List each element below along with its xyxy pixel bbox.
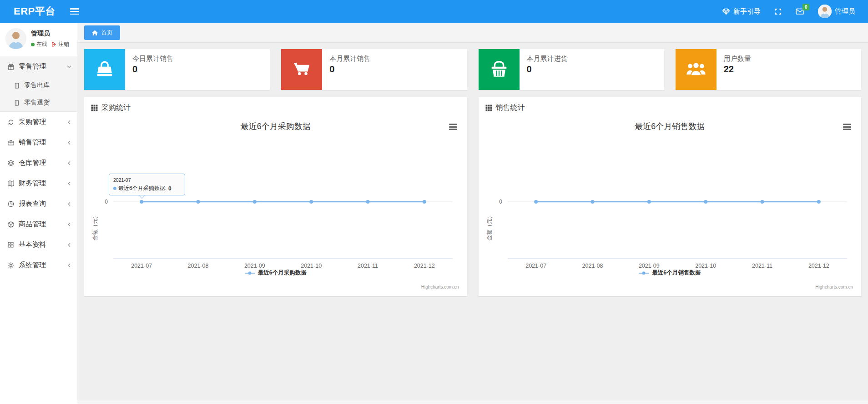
data-point-marker[interactable] — [140, 200, 143, 204]
user-menu[interactable]: 管理员 — [818, 5, 855, 18]
sidebar-item-3[interactable]: 仓库管理 — [0, 153, 77, 173]
data-point-marker[interactable] — [197, 200, 200, 204]
stat-card-0: 今日累计销售0 — [84, 49, 270, 90]
user-avatar — [5, 28, 26, 49]
online-status-dot — [31, 43, 35, 46]
sidebar-item-5[interactable]: 报表查询 — [0, 194, 77, 214]
logout-button[interactable]: 注销 — [51, 40, 69, 48]
user-name: 管理员 — [835, 7, 855, 16]
chart-tooltip: 2021-07最近6个月采购数据: 0 — [109, 174, 185, 195]
main-content: 首页 今日累计销售0本月累计销售0本月累计进货0用户数量22 采购统计 最近6个… — [77, 23, 868, 404]
sidebar-item-label: 商品管理 — [19, 220, 62, 229]
sidebar-item-label: 系统管理 — [19, 261, 62, 269]
chart-legend-item[interactable]: 最近6个月采购数据 — [91, 269, 461, 277]
guide-label: 新手引导 — [733, 7, 761, 16]
stat-card-value: 0 — [527, 64, 568, 75]
sales-chart: 最近6个月销售数据0金额（元）2021-072021-082021-092021… — [485, 115, 855, 294]
logout-label: 注销 — [58, 40, 69, 48]
charts-row: 采购统计 最近6个月采购数据0金额（元）2021-072021-082021-0… — [84, 97, 861, 296]
sidebar-toggle-icon[interactable] — [70, 8, 79, 15]
sidebar-item-label: 基本资料 — [19, 240, 62, 249]
th-grid-icon — [485, 105, 492, 111]
online-status-label: 在线 — [36, 40, 47, 48]
legend-marker-icon — [639, 271, 649, 275]
stat-card-label: 用户数量 — [724, 55, 751, 63]
user-avatar — [818, 5, 832, 18]
chevron-left-icon — [66, 263, 72, 268]
stat-card-1: 本月累计销售0 — [281, 49, 467, 90]
data-point-marker[interactable] — [760, 200, 764, 204]
sidebar-subitem[interactable]: 零售退货 — [0, 94, 77, 111]
chart-legend-item[interactable]: 最近6个月销售数据 — [485, 269, 855, 277]
chart-export-menu-icon[interactable] — [448, 123, 458, 131]
pie-icon — [7, 200, 15, 208]
sidebar-item-2[interactable]: 销售管理 — [0, 132, 77, 153]
purchase-chart: 最近6个月采购数据0金额（元）2021-072021-082021-092021… — [91, 115, 461, 294]
data-point-marker[interactable] — [423, 200, 426, 204]
chart-title: 最近6个月销售数据 — [485, 121, 855, 132]
grid-icon — [7, 241, 15, 248]
messages-button[interactable]: 0 — [796, 8, 804, 15]
sidebar-subitem-label: 零售退货 — [24, 99, 50, 107]
sidebar-item-8[interactable]: 系统管理 — [0, 255, 77, 275]
sidebar-item-7[interactable]: 基本资料 — [0, 234, 77, 255]
stat-cards-row: 今日累计销售0本月累计销售0本月累计进货0用户数量22 — [84, 49, 861, 90]
sidebar-item-label: 报表查询 — [19, 200, 62, 208]
svg-text:2021-09: 2021-09 — [638, 263, 659, 269]
tooltip-series-label: 最近6个月采购数据: — [118, 185, 167, 192]
svg-text:2021-08: 2021-08 — [582, 263, 603, 269]
sidebar-item-label: 销售管理 — [19, 138, 62, 147]
top-navbar: ERP平台 新手引导 0 管理员 — [0, 0, 868, 23]
chevron-left-icon — [66, 160, 72, 166]
svg-text:2021-11: 2021-11 — [358, 263, 378, 269]
data-point-marker[interactable] — [309, 200, 313, 204]
tab-home[interactable]: 首页 — [84, 25, 120, 40]
chevron-left-icon — [66, 120, 72, 125]
svg-text:2021-07: 2021-07 — [131, 263, 152, 269]
sidebar-subitem-label: 零售出库 — [24, 81, 50, 90]
journal-icon — [13, 82, 20, 89]
data-point-marker[interactable] — [366, 200, 370, 204]
sidebar-item-6[interactable]: 商品管理 — [0, 214, 77, 234]
sales-stats-panel: 销售统计 最近6个月销售数据0金额（元）2021-072021-082021-0… — [479, 97, 862, 296]
svg-text:0: 0 — [105, 199, 108, 205]
legend-label: 最近6个月采购数据 — [258, 269, 307, 277]
sidebar-item-4[interactable]: 财务管理 — [0, 173, 77, 194]
basket-icon — [479, 49, 520, 90]
chart-export-menu-icon[interactable] — [842, 123, 852, 131]
guide-icon — [722, 8, 730, 15]
chart-title: 最近6个月采购数据 — [91, 121, 461, 132]
brand-logo[interactable]: ERP平台 — [0, 5, 64, 18]
svg-text:金额（元）: 金额（元） — [486, 213, 493, 241]
chart-plot-area: 0金额（元）2021-072021-082021-092021-102021-1… — [91, 140, 461, 272]
fullscreen-button[interactable] — [774, 8, 782, 15]
cart-icon — [281, 49, 322, 90]
data-point-marker[interactable] — [817, 200, 820, 204]
briefcase-icon — [7, 139, 15, 146]
sidebar-subitem[interactable]: 零售出库 — [0, 77, 77, 94]
svg-text:2021-08: 2021-08 — [188, 263, 209, 269]
sidebar-user-name: 管理员 — [31, 30, 69, 38]
sidebar-item-label: 零售管理 — [19, 62, 62, 71]
data-point-marker[interactable] — [647, 200, 651, 204]
footer-divider — [77, 400, 868, 404]
fullscreen-icon — [774, 8, 782, 15]
chart-credits-link[interactable]: Highcharts.com.cn — [815, 284, 853, 289]
legend-label: 最近6个月销售数据 — [652, 269, 701, 277]
data-point-marker[interactable] — [534, 200, 538, 204]
guide-button[interactable]: 新手引导 — [722, 7, 761, 16]
sidebar-item-1[interactable]: 采购管理 — [0, 112, 77, 132]
panel-header: 销售统计 — [479, 97, 862, 115]
sidebar-item-0[interactable]: 零售管理 — [0, 56, 77, 77]
sidebar-item-label: 仓库管理 — [19, 159, 62, 167]
sidebar-menu: 零售管理零售出库零售退货采购管理销售管理仓库管理财务管理报表查询商品管理基本资料… — [0, 56, 77, 275]
svg-text:2021-11: 2021-11 — [752, 263, 772, 269]
data-point-marker[interactable] — [704, 200, 707, 204]
data-point-marker[interactable] — [590, 200, 594, 204]
chart-credits-link[interactable]: Highcharts.com.cn — [421, 284, 459, 289]
svg-text:2021-12: 2021-12 — [414, 263, 435, 269]
svg-text:0: 0 — [499, 199, 502, 205]
stat-card-label: 本月累计进货 — [527, 55, 568, 63]
tooltip-date: 2021-07 — [113, 177, 181, 183]
data-point-marker[interactable] — [253, 200, 257, 204]
